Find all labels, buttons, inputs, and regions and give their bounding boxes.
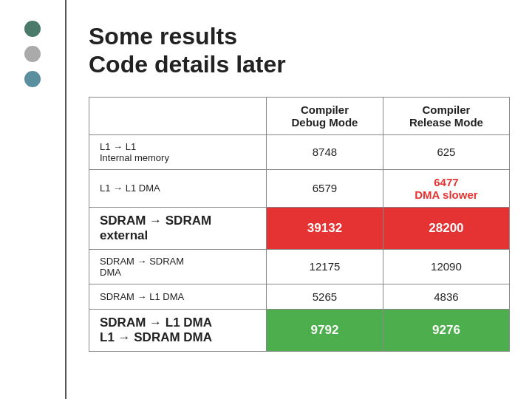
col-header-debug: CompilerDebug Mode bbox=[267, 97, 383, 134]
left-sidebar bbox=[0, 0, 66, 399]
row-label-l1-dma: L1 → L1 DMA bbox=[89, 169, 267, 207]
cell-release-sdram-external: 28200 bbox=[383, 207, 509, 249]
cell-release-l1-dma: 6477DMA slower bbox=[383, 169, 509, 207]
row-label-sdram-external: SDRAM → SDRAMexternal bbox=[89, 207, 267, 249]
table-row: L1 → L1Internal memory 8748 625 bbox=[89, 134, 510, 169]
table-row: SDRAM → SDRAMDMA 12175 12090 bbox=[89, 249, 510, 284]
page: Some results Code details later Compiler… bbox=[0, 0, 532, 399]
cell-debug-sdram-external: 39132 bbox=[267, 207, 383, 249]
col-header-release: CompilerRelease Mode bbox=[383, 97, 509, 134]
dot-2 bbox=[24, 46, 41, 62]
dot-3 bbox=[24, 71, 41, 87]
cell-debug-l1-dma: 6579 bbox=[267, 169, 383, 207]
page-title: Some results Code details later bbox=[89, 22, 510, 79]
row-label-sdram-l1-dma: SDRAM → L1 DMA bbox=[89, 284, 267, 309]
results-table: CompilerDebug Mode CompilerRelease Mode … bbox=[89, 97, 510, 352]
row-label-l1-internal: L1 → L1Internal memory bbox=[89, 134, 267, 169]
main-content: Some results Code details later Compiler… bbox=[66, 0, 532, 399]
table-row: SDRAM → L1 DMAL1 → SDRAM DMA 9792 9276 bbox=[89, 309, 510, 351]
row-label-sdram-dma: SDRAM → SDRAMDMA bbox=[89, 249, 267, 284]
dot-1 bbox=[24, 21, 41, 37]
cell-debug-sdram-l1-dma: 5265 bbox=[267, 284, 383, 309]
cell-debug-l1-internal: 8748 bbox=[267, 134, 383, 169]
cell-release-sdram-l1-bidir: 9276 bbox=[383, 309, 509, 351]
cell-release-l1-internal: 625 bbox=[383, 134, 509, 169]
dma-slower-value: 6477DMA slower bbox=[415, 176, 477, 201]
cell-debug-sdram-dma: 12175 bbox=[267, 249, 383, 284]
table-row: SDRAM → L1 DMA 5265 4836 bbox=[89, 284, 510, 309]
row-label-sdram-l1-bidirectional: SDRAM → L1 DMAL1 → SDRAM DMA bbox=[89, 309, 267, 351]
cell-debug-sdram-l1-bidir: 9792 bbox=[267, 309, 383, 351]
col-header-empty bbox=[89, 97, 267, 134]
table-row: SDRAM → SDRAMexternal 39132 28200 bbox=[89, 207, 510, 249]
cell-release-sdram-l1-dma: 4836 bbox=[383, 284, 509, 309]
cell-release-sdram-dma: 12090 bbox=[383, 249, 509, 284]
table-row: L1 → L1 DMA 6579 6477DMA slower bbox=[89, 169, 510, 207]
